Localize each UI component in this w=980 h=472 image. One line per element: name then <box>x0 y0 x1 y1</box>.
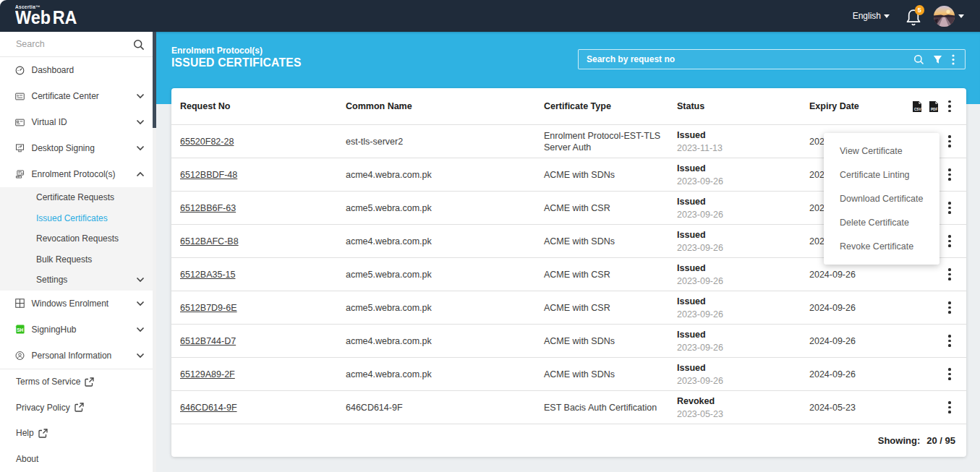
webra-brand-label: WebRA <box>15 9 77 26</box>
sidebar-subitem-issued-certificates[interactable]: Issued Certificates <box>0 208 156 229</box>
notifications-button[interactable]: 5 <box>905 8 919 24</box>
status-date: 2023-05-23 <box>677 409 809 420</box>
more-options-icon[interactable] <box>952 54 955 65</box>
search-icon[interactable] <box>133 39 145 51</box>
status-cell: Issued2023-09-26 <box>677 296 809 320</box>
status-label: Issued <box>677 229 809 241</box>
language-label: English <box>853 11 881 21</box>
request-no-link[interactable]: 65129A89-2F <box>180 369 235 379</box>
column-header-certificate-type: Certificate Type <box>544 101 677 111</box>
row-actions-kebab-icon[interactable] <box>944 299 955 317</box>
expiry-date-cell: 2024-09-26 <box>809 270 908 280</box>
context-menu-item-delete-certificate[interactable]: Delete Certificate <box>824 211 939 235</box>
status-date: 2023-09-26 <box>677 376 809 387</box>
sidebar-link-help[interactable]: Help <box>0 421 156 447</box>
sidebar-item-windows-enrolment[interactable]: Windows Enrolment <box>0 291 156 317</box>
sidebar-link-privacy-policy[interactable]: Privacy Policy <box>0 395 156 421</box>
table-row: 6512B744-D7acme4.webra.com.pkACME with S… <box>171 324 966 357</box>
sidebar-scrollbar-thumb[interactable] <box>153 32 156 128</box>
status-label: Issued <box>677 296 809 308</box>
sidebar-link-about[interactable]: About <box>0 446 156 472</box>
common-name-cell: acme4.webra.com.pk <box>346 369 544 379</box>
common-name-cell: acme4.webra.com.pk <box>346 170 544 180</box>
sidebar-item-virtual-id[interactable]: Virtual ID <box>0 109 156 135</box>
notification-badge: 5 <box>915 5 925 15</box>
request-no-link[interactable]: 6512BAFC-B8 <box>180 236 239 246</box>
sidebar-subitem-certificate-requests[interactable]: Certificate Requests <box>0 187 156 208</box>
status-label: Issued <box>677 329 809 341</box>
common-name-cell: est-tls-server2 <box>346 137 544 147</box>
export-csv-icon[interactable]: CSV <box>912 101 922 112</box>
row-actions-kebab-icon[interactable] <box>944 133 955 150</box>
windows-icon <box>15 299 25 309</box>
profile-menu-caret[interactable] <box>958 14 964 18</box>
common-name-cell: acme5.webra.com.pk <box>346 303 544 313</box>
request-no-cell: 6512B7D9-6E <box>171 303 346 313</box>
search-icon[interactable] <box>913 54 924 65</box>
certificate-type-cell: ACME with SDNs <box>544 169 677 181</box>
sidebar-link-label: Help <box>16 428 34 438</box>
expiry-date-cell: 2024-05-23 <box>809 403 908 413</box>
row-actions-kebab-icon[interactable] <box>944 332 955 350</box>
certificate-center-icon <box>15 91 25 101</box>
sidebar-item-enrolment-protocols[interactable]: Enrolment Protocol(s) <box>0 161 156 187</box>
export-pdf-icon[interactable]: PDF <box>929 101 939 112</box>
request-no-link[interactable]: 65520F82-28 <box>180 137 234 147</box>
context-menu-item-revoke-certificate[interactable]: Revoke Certificate <box>824 235 939 259</box>
context-menu-item-view-certificate[interactable]: View Certificate <box>824 139 939 163</box>
row-actions-kebab-icon[interactable] <box>944 399 955 416</box>
row-actions-kebab-icon[interactable] <box>944 233 955 250</box>
request-no-link[interactable]: 6512BA35-15 <box>180 270 235 280</box>
sidebar-subitem-settings[interactable]: Settings <box>0 270 156 291</box>
status-date: 2023-09-26 <box>677 176 809 187</box>
sidebar-search-input[interactable] <box>16 32 124 56</box>
request-no-cell: 65129A89-2F <box>171 369 346 379</box>
row-actions-kebab-icon[interactable] <box>944 366 955 383</box>
request-no-link[interactable]: 646CD614-9F <box>180 403 237 413</box>
svg-text:SH: SH <box>17 327 23 332</box>
request-no-link[interactable]: 6512BBDF-48 <box>180 170 237 180</box>
sidebar-link-terms-of-service[interactable]: Terms of Service <box>0 369 156 395</box>
row-actions-kebab-icon[interactable] <box>944 199 955 217</box>
sidebar-item-certificate-center[interactable]: Certificate Center <box>0 83 156 109</box>
sidebar-subitem-label: Issued Certificates <box>36 213 145 223</box>
request-no-cell: 65520F82-28 <box>171 137 346 147</box>
request-no-cell: 6512BAFC-B8 <box>171 236 346 246</box>
showing-label: Showing: <box>878 435 921 446</box>
request-no-link[interactable]: 6512B7D9-6E <box>180 303 237 313</box>
sidebar-item-desktop-signing[interactable]: Desktop Signing <box>0 135 156 161</box>
avatar[interactable] <box>934 6 955 27</box>
request-no-link[interactable]: 6512B744-D7 <box>180 336 236 346</box>
sidebar-item-dashboard[interactable]: Dashboard <box>0 57 156 83</box>
row-actions-kebab-icon[interactable] <box>944 166 955 184</box>
table-options-kebab-icon[interactable] <box>944 98 955 115</box>
status-cell: Issued2023-09-26 <box>677 262 809 287</box>
enrolment-protocol-icon <box>15 169 25 179</box>
sidebar-item-signinghub[interactable]: SHSigningHub <box>0 317 156 343</box>
status-cell: Issued2023-09-26 <box>677 329 809 353</box>
filter-icon[interactable] <box>933 55 942 64</box>
column-header-status: Status <box>677 101 809 111</box>
request-no-cell: 6512BB6F-63 <box>171 203 346 213</box>
expiry-date-cell: 2024-09-26 <box>809 303 908 313</box>
context-menu-item-certificate-linting[interactable]: Certificate Linting <box>824 163 939 186</box>
sidebar-subitem-revocation-requests[interactable]: Revocation Requests <box>0 228 156 249</box>
row-actions-cell <box>908 332 966 350</box>
request-no-link[interactable]: 6512BB6F-63 <box>180 203 236 213</box>
sidebar-item-personal-information[interactable]: Personal Information <box>0 343 156 369</box>
status-cell: Issued2023-09-26 <box>677 163 809 187</box>
common-name-cell: 646CD614-9F <box>346 403 544 413</box>
language-selector[interactable]: English <box>853 11 890 21</box>
status-cell: Revoked2023-05-23 <box>677 395 809 420</box>
status-label: Issued <box>677 362 809 374</box>
status-label: Issued <box>677 262 809 275</box>
certificate-type-cell: ACME with SDNs <box>544 236 677 247</box>
certificate-type-cell: ACME with CSR <box>544 302 677 314</box>
request-search-input[interactable] <box>579 50 913 69</box>
context-menu-item-download-certificate[interactable]: Download Certificate <box>824 186 939 210</box>
row-actions-kebab-icon[interactable] <box>944 266 955 283</box>
sidebar-scrollbar-track[interactable] <box>153 32 156 472</box>
sidebar-item-label: Desktop Signing <box>32 143 137 153</box>
sidebar-subitem-bulk-requests[interactable]: Bulk Requests <box>0 249 156 270</box>
request-no-cell: 6512BA35-15 <box>171 270 346 280</box>
